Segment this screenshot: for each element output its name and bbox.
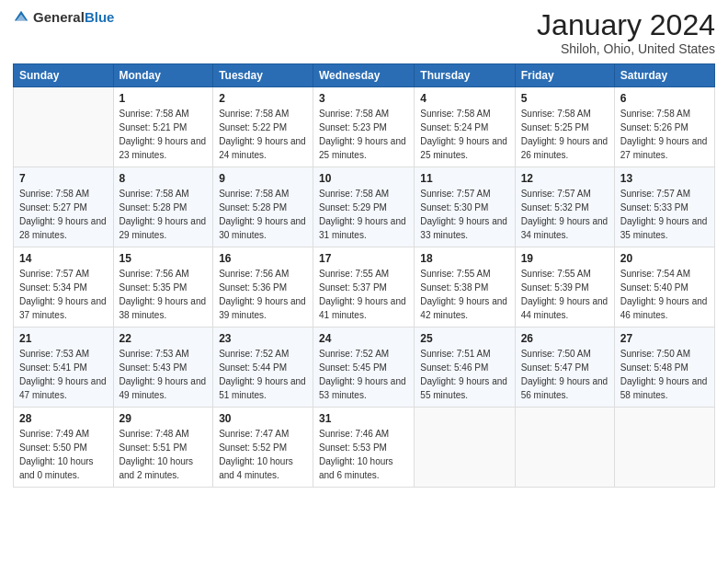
calendar-cell: 22Sunrise: 7:53 AMSunset: 5:43 PMDayligh…: [113, 327, 213, 408]
day-number: 30: [219, 412, 307, 425]
day-number: 12: [521, 172, 609, 185]
calendar-cell: [515, 408, 614, 488]
calendar-cell: 4Sunrise: 7:58 AMSunset: 5:24 PMDaylight…: [415, 87, 515, 167]
logo-general: General: [33, 9, 85, 25]
day-info: Sunrise: 7:55 AMSunset: 5:37 PMDaylight:…: [319, 267, 408, 322]
calendar-week-row: 7Sunrise: 7:58 AMSunset: 5:27 PMDaylight…: [14, 167, 715, 247]
day-number: 16: [219, 252, 307, 265]
calendar-cell: 17Sunrise: 7:55 AMSunset: 5:37 PMDayligh…: [313, 247, 415, 327]
day-header: Friday: [515, 64, 614, 87]
day-info: Sunrise: 7:58 AMSunset: 5:22 PMDaylight:…: [219, 107, 307, 162]
day-info: Sunrise: 7:52 AMSunset: 5:45 PMDaylight:…: [319, 347, 408, 402]
calendar-cell: 9Sunrise: 7:58 AMSunset: 5:28 PMDaylight…: [213, 167, 313, 247]
calendar-cell: 31Sunrise: 7:46 AMSunset: 5:53 PMDayligh…: [313, 408, 415, 488]
day-number: 24: [319, 332, 408, 345]
main-title: January 2024: [537, 9, 715, 41]
calendar-cell: 8Sunrise: 7:58 AMSunset: 5:28 PMDaylight…: [113, 167, 213, 247]
day-number: 20: [620, 252, 709, 265]
day-number: 22: [119, 332, 208, 345]
day-header: Tuesday: [213, 64, 313, 87]
calendar-cell: 26Sunrise: 7:50 AMSunset: 5:47 PMDayligh…: [515, 327, 614, 408]
calendar-cell: 20Sunrise: 7:54 AMSunset: 5:40 PMDayligh…: [614, 247, 714, 327]
calendar-cell: 21Sunrise: 7:53 AMSunset: 5:41 PMDayligh…: [14, 327, 114, 408]
day-number: 17: [319, 252, 408, 265]
calendar-cell: 30Sunrise: 7:47 AMSunset: 5:52 PMDayligh…: [213, 408, 313, 488]
calendar-cell: 5Sunrise: 7:58 AMSunset: 5:25 PMDaylight…: [515, 87, 614, 167]
day-info: Sunrise: 7:56 AMSunset: 5:36 PMDaylight:…: [219, 267, 307, 322]
day-info: Sunrise: 7:58 AMSunset: 5:21 PMDaylight:…: [119, 107, 208, 162]
day-header: Saturday: [614, 64, 714, 87]
day-info: Sunrise: 7:58 AMSunset: 5:29 PMDaylight:…: [319, 187, 408, 242]
day-info: Sunrise: 7:58 AMSunset: 5:23 PMDaylight:…: [319, 107, 408, 162]
calendar-header: SundayMondayTuesdayWednesdayThursdayFrid…: [14, 64, 715, 87]
calendar-cell: 13Sunrise: 7:57 AMSunset: 5:33 PMDayligh…: [614, 167, 714, 247]
calendar-cell: 14Sunrise: 7:57 AMSunset: 5:34 PMDayligh…: [14, 247, 114, 327]
day-number: 27: [620, 332, 709, 345]
calendar-cell: 24Sunrise: 7:52 AMSunset: 5:45 PMDayligh…: [313, 327, 415, 408]
day-number: 8: [119, 172, 208, 185]
day-number: 5: [521, 92, 609, 105]
day-info: Sunrise: 7:54 AMSunset: 5:40 PMDaylight:…: [620, 267, 709, 322]
day-info: Sunrise: 7:57 AMSunset: 5:32 PMDaylight:…: [521, 187, 609, 242]
header: GeneralBlue January 2024 Shiloh, Ohio, U…: [13, 9, 715, 56]
calendar-table: SundayMondayTuesdayWednesdayThursdayFrid…: [13, 63, 715, 488]
day-info: Sunrise: 7:56 AMSunset: 5:35 PMDaylight:…: [119, 267, 208, 322]
calendar-cell: 23Sunrise: 7:52 AMSunset: 5:44 PMDayligh…: [213, 327, 313, 408]
logo-blue: Blue: [85, 9, 115, 25]
day-number: 23: [219, 332, 307, 345]
day-info: Sunrise: 7:58 AMSunset: 5:28 PMDaylight:…: [219, 187, 307, 242]
calendar-cell: [14, 87, 114, 167]
day-number: 13: [620, 172, 709, 185]
subtitle: Shiloh, Ohio, United States: [537, 41, 715, 56]
day-info: Sunrise: 7:57 AMSunset: 5:33 PMDaylight:…: [620, 187, 709, 242]
calendar-cell: 7Sunrise: 7:58 AMSunset: 5:27 PMDaylight…: [14, 167, 114, 247]
day-info: Sunrise: 7:58 AMSunset: 5:25 PMDaylight:…: [521, 107, 609, 162]
calendar-week-row: 21Sunrise: 7:53 AMSunset: 5:41 PMDayligh…: [14, 327, 715, 408]
day-info: Sunrise: 7:53 AMSunset: 5:43 PMDaylight:…: [119, 347, 208, 402]
calendar-cell: 29Sunrise: 7:48 AMSunset: 5:51 PMDayligh…: [113, 408, 213, 488]
calendar-cell: 10Sunrise: 7:58 AMSunset: 5:29 PMDayligh…: [313, 167, 415, 247]
calendar-cell: 27Sunrise: 7:50 AMSunset: 5:48 PMDayligh…: [614, 327, 714, 408]
calendar-cell: 1Sunrise: 7:58 AMSunset: 5:21 PMDaylight…: [113, 87, 213, 167]
day-info: Sunrise: 7:58 AMSunset: 5:27 PMDaylight:…: [19, 187, 108, 242]
day-info: Sunrise: 7:51 AMSunset: 5:46 PMDaylight:…: [420, 347, 508, 402]
day-header: Wednesday: [313, 64, 415, 87]
day-number: 18: [420, 252, 508, 265]
day-info: Sunrise: 7:49 AMSunset: 5:50 PMDaylight:…: [19, 427, 108, 482]
calendar-cell: 11Sunrise: 7:57 AMSunset: 5:30 PMDayligh…: [415, 167, 515, 247]
calendar-cell: 2Sunrise: 7:58 AMSunset: 5:22 PMDaylight…: [213, 87, 313, 167]
day-number: 3: [319, 92, 408, 105]
day-number: 26: [521, 332, 609, 345]
day-number: 15: [119, 252, 208, 265]
calendar-cell: 6Sunrise: 7:58 AMSunset: 5:26 PMDaylight…: [614, 87, 714, 167]
day-info: Sunrise: 7:58 AMSunset: 5:26 PMDaylight:…: [620, 107, 709, 162]
day-info: Sunrise: 7:50 AMSunset: 5:47 PMDaylight:…: [521, 347, 609, 402]
day-info: Sunrise: 7:57 AMSunset: 5:30 PMDaylight:…: [420, 187, 508, 242]
header-row: SundayMondayTuesdayWednesdayThursdayFrid…: [14, 64, 715, 87]
calendar-week-row: 28Sunrise: 7:49 AMSunset: 5:50 PMDayligh…: [14, 408, 715, 488]
calendar-cell: 15Sunrise: 7:56 AMSunset: 5:35 PMDayligh…: [113, 247, 213, 327]
day-number: 1: [119, 92, 208, 105]
day-info: Sunrise: 7:52 AMSunset: 5:44 PMDaylight:…: [219, 347, 307, 402]
day-info: Sunrise: 7:58 AMSunset: 5:28 PMDaylight:…: [119, 187, 208, 242]
day-number: 10: [319, 172, 408, 185]
calendar-week-row: 14Sunrise: 7:57 AMSunset: 5:34 PMDayligh…: [14, 247, 715, 327]
logo: GeneralBlue: [13, 9, 114, 26]
day-number: 29: [119, 412, 208, 425]
logo-text: GeneralBlue: [33, 9, 114, 26]
day-number: 2: [219, 92, 307, 105]
calendar-cell: [415, 408, 515, 488]
calendar-cell: 28Sunrise: 7:49 AMSunset: 5:50 PMDayligh…: [14, 408, 114, 488]
day-number: 25: [420, 332, 508, 345]
day-number: 11: [420, 172, 508, 185]
day-number: 14: [19, 252, 108, 265]
calendar-container: GeneralBlue January 2024 Shiloh, Ohio, U…: [0, 0, 728, 563]
day-info: Sunrise: 7:53 AMSunset: 5:41 PMDaylight:…: [19, 347, 108, 402]
calendar-cell: 19Sunrise: 7:55 AMSunset: 5:39 PMDayligh…: [515, 247, 614, 327]
day-info: Sunrise: 7:46 AMSunset: 5:53 PMDaylight:…: [319, 427, 408, 482]
day-info: Sunrise: 7:47 AMSunset: 5:52 PMDaylight:…: [219, 427, 307, 482]
day-info: Sunrise: 7:55 AMSunset: 5:38 PMDaylight:…: [420, 267, 508, 322]
day-number: 21: [19, 332, 108, 345]
calendar-cell: 25Sunrise: 7:51 AMSunset: 5:46 PMDayligh…: [415, 327, 515, 408]
day-number: 19: [521, 252, 609, 265]
